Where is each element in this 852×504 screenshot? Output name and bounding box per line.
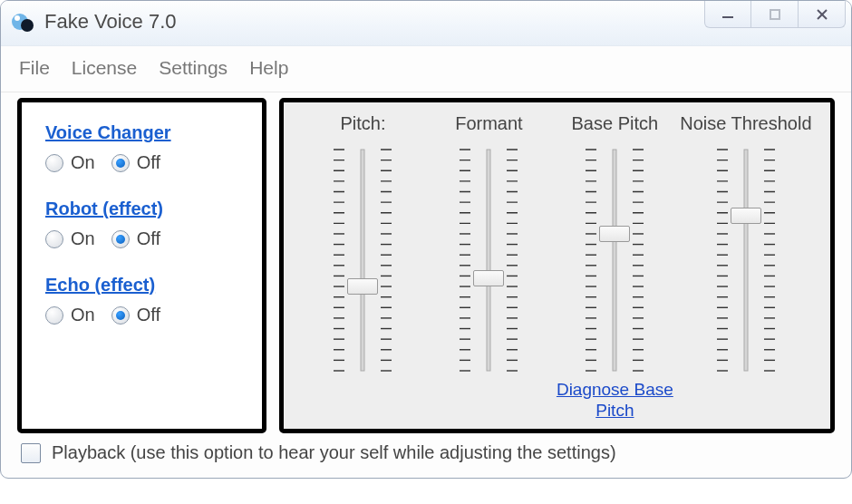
robot-effect-on[interactable]: On xyxy=(45,228,95,249)
svg-rect-93 xyxy=(487,150,490,371)
slider-track-icon xyxy=(450,142,527,378)
base-pitch-slider[interactable] xyxy=(576,142,653,378)
robot-effect-title[interactable]: Robot (effect) xyxy=(45,199,238,219)
diagnose-base-pitch-link[interactable]: Diagnose Base Pitch xyxy=(552,380,678,422)
slider-thumb[interactable] xyxy=(599,226,630,242)
svg-rect-138 xyxy=(613,150,616,371)
svg-rect-1 xyxy=(770,10,779,19)
maximize-button[interactable] xyxy=(751,1,799,28)
sliders-panel: Pitch: Formant Base Pitch xyxy=(279,98,835,433)
pitch-slider[interactable] xyxy=(324,142,401,378)
radio-icon xyxy=(111,154,130,172)
formant-slider[interactable] xyxy=(450,142,527,378)
slider-thumb[interactable] xyxy=(473,270,504,286)
playback-label: Playback (use this option to hear your s… xyxy=(52,442,616,463)
app-window: Fake Voice 7.0 File License Settings Hel… xyxy=(0,0,852,479)
radio-icon xyxy=(45,154,63,172)
slider-track-icon xyxy=(708,142,784,378)
menu-file[interactable]: File xyxy=(19,57,50,79)
robot-effect-group: Robot (effect) On Off xyxy=(45,199,238,249)
radio-icon xyxy=(111,306,130,325)
playback-row: Playback (use this option to hear your s… xyxy=(1,437,851,478)
base-pitch-label: Base Pitch xyxy=(572,113,659,139)
voice-changer-title[interactable]: Voice Changer xyxy=(45,122,238,143)
window-controls xyxy=(704,1,846,28)
formant-label: Formant xyxy=(455,113,522,139)
menu-license[interactable]: License xyxy=(72,57,137,79)
voice-changer-on[interactable]: On xyxy=(45,152,95,173)
robot-effect-off[interactable]: Off xyxy=(111,228,160,249)
echo-effect-off[interactable]: Off xyxy=(111,305,160,325)
menu-help[interactable]: Help xyxy=(249,57,288,79)
radio-icon xyxy=(45,306,63,325)
menu-settings[interactable]: Settings xyxy=(159,57,228,79)
radio-label: Off xyxy=(137,228,160,249)
radio-label: On xyxy=(71,305,95,325)
close-icon xyxy=(814,6,830,23)
slider-thumb[interactable] xyxy=(731,208,761,224)
effects-panel: Voice Changer On Off Robot (effect) xyxy=(17,98,266,433)
minimize-icon xyxy=(720,6,736,23)
noise-threshold-label: Noise Threshold xyxy=(680,113,811,139)
noise-threshold-slider[interactable] xyxy=(708,142,784,378)
titlebar: Fake Voice 7.0 xyxy=(1,1,851,46)
window-title: Fake Voice 7.0 xyxy=(44,10,177,34)
radio-label: Off xyxy=(137,305,160,325)
noise-threshold-slider-col: Noise Threshold xyxy=(678,110,814,425)
echo-effect-title[interactable]: Echo (effect) xyxy=(45,275,238,296)
minimize-button[interactable] xyxy=(704,1,751,28)
slider-track-icon xyxy=(576,142,653,378)
slider-thumb[interactable] xyxy=(347,278,378,295)
slider-track-icon xyxy=(324,142,401,378)
radio-icon xyxy=(45,230,63,248)
echo-effect-group: Echo (effect) On Off xyxy=(45,275,238,325)
radio-label: On xyxy=(71,228,95,249)
app-icon xyxy=(12,10,35,34)
pitch-label: Pitch: xyxy=(340,113,385,139)
voice-changer-group: Voice Changer On Off xyxy=(45,122,238,173)
radio-label: Off xyxy=(137,152,160,173)
content-area: Voice Changer On Off Robot (effect) xyxy=(1,92,851,437)
maximize-icon xyxy=(767,6,783,23)
menubar: File License Settings Help xyxy=(1,46,851,92)
echo-effect-on[interactable]: On xyxy=(45,305,95,325)
close-button[interactable] xyxy=(799,1,846,28)
base-pitch-slider-col: Base Pitch Diagnose Base Pitch xyxy=(552,110,678,425)
voice-changer-off[interactable]: Off xyxy=(111,152,160,173)
radio-icon xyxy=(111,230,130,248)
svg-rect-183 xyxy=(744,150,748,371)
pitch-slider-col: Pitch: xyxy=(300,110,426,425)
svg-rect-48 xyxy=(361,150,364,371)
radio-label: On xyxy=(71,152,95,173)
formant-slider-col: Formant xyxy=(426,110,552,425)
playback-checkbox[interactable] xyxy=(21,443,41,463)
